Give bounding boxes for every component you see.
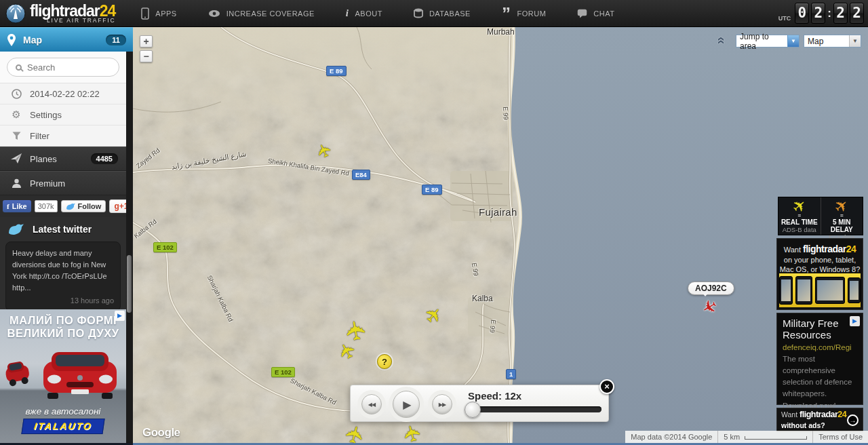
nav-item-chat[interactable]: CHAT <box>577 9 614 18</box>
arrow-right-icon: → <box>847 414 859 426</box>
map-terrain <box>133 27 868 445</box>
sidebar-item-premium[interactable]: Premium <box>0 171 126 195</box>
search-input[interactable] <box>27 62 108 73</box>
planes-count-badge: 4485 <box>91 153 118 164</box>
route-shield: E84 <box>352 170 370 180</box>
flight-callsign-tooltip[interactable]: AOJ92C <box>688 282 734 295</box>
city-label-kalba: Kalba <box>472 294 493 303</box>
nav-item-about[interactable]: i ABOUT <box>346 7 382 19</box>
nav-label: FORUM <box>517 9 546 18</box>
sidebar-advertisement[interactable]: МАЛИЙ ПО ФОРМІ ВЕЛИКИЙ ПО ДУХУ <box>0 309 126 445</box>
facebook-icon: f <box>7 202 9 210</box>
tweet-box[interactable]: Heavy delays and many diversions due to … <box>5 241 121 311</box>
sidebar-item-settings[interactable]: ⚙ Settings <box>0 104 133 125</box>
sidebar-scrollbar[interactable] <box>126 52 133 445</box>
noads-prefix: Want <box>781 410 797 419</box>
tweet-timestamp: 13 hours ago <box>12 295 114 307</box>
ad-brand-logo: ITALAUTO <box>21 419 104 434</box>
sidebar: Map 11 2014-02-22 02:22 ⚙ Settings Filte… <box>0 27 133 445</box>
nav-label: APPS <box>155 9 176 18</box>
apps-ad-prefix: Want <box>784 246 801 254</box>
clock-separator: : <box>827 3 831 24</box>
device-thumbnails <box>779 273 861 307</box>
twitter-follow-button[interactable]: Follow <box>61 200 106 212</box>
chat-bubble-icon <box>577 9 587 18</box>
brand-name: flightradar <box>803 244 846 254</box>
chevron-down-icon: ▼ <box>849 35 861 47</box>
yellow-plane-icon: ✈ <box>789 196 810 216</box>
brand-suffix: 24 <box>846 244 856 254</box>
brand-text: flightradar24 LIVE AIR TRAFFIC <box>30 3 115 24</box>
fr24-apps-advertisement[interactable]: Want flightradar24 on your phone, tablet… <box>776 238 863 310</box>
route-shield: E 102 <box>271 367 295 377</box>
road-label-e99: E 99 <box>489 320 498 334</box>
legend-subtitle: ADS-B data <box>778 226 821 233</box>
like-count: 307k <box>35 200 58 212</box>
route-shield: E 89 <box>326 66 347 76</box>
nav-item-database[interactable]: DATABASE <box>414 8 471 18</box>
nav-label: ABOUT <box>355 9 382 18</box>
info-icon: i <box>346 7 349 19</box>
zoom-in-button[interactable]: + <box>140 35 153 47</box>
terms-of-use-link[interactable]: Terms of Use <box>812 431 868 443</box>
remove-ads-promo[interactable]: Want flightradar24 without ads? → <box>776 408 863 432</box>
military-ad-body: The most comprehensive selection of defe… <box>783 353 857 412</box>
utc-label: UTC <box>778 15 791 22</box>
legend-delayed: ✈ = 5 MIN DELAY FAA data <box>821 197 863 235</box>
aircraft-icon[interactable]: ✈ <box>342 317 371 343</box>
brand-name: flightradar <box>800 410 837 419</box>
map-attribution-bar: Map data ©2014 Google 5 km Terms of Use <box>625 431 868 443</box>
follow-label: Follow <box>78 202 102 210</box>
nav-item-increase-coverage[interactable]: INCREASE COVERAGE <box>208 9 315 18</box>
military-ad-link[interactable]: defenceiq.com/Regi <box>783 343 857 351</box>
speed-slider-thumb[interactable] <box>465 402 481 418</box>
sidebar-item-planes[interactable]: Planes 4485 <box>0 147 126 171</box>
scale-section: 5 km <box>717 431 812 443</box>
adchoices-icon[interactable]: ▶ <box>115 311 125 321</box>
collapse-panel-chevron-icon[interactable]: « <box>714 37 730 44</box>
ad-headline-line1: МАЛИЙ ПО ФОРМІ <box>0 314 126 327</box>
zoom-out-button[interactable]: − <box>140 50 153 62</box>
like-label: Like <box>12 202 27 210</box>
sidebar-item-datetime[interactable]: 2014-02-22 02:22 <box>0 83 133 104</box>
map-count-badge: 11 <box>106 35 126 45</box>
rewind-button[interactable]: ◀◀ <box>361 394 382 414</box>
filter-funnel-icon <box>11 132 22 140</box>
logo[interactable]: flightradar24 LIVE AIR TRAFFIC <box>5 3 115 24</box>
close-playback-button[interactable]: × <box>599 379 614 394</box>
google-logo: Google <box>142 426 180 440</box>
play-button[interactable]: ▶ <box>393 391 420 418</box>
ad-headline-wrap: МАЛИЙ ПО ФОРМІ ВЕЛИКИЙ ПО ДУХУ <box>0 309 126 340</box>
scrollbar-thumb[interactable] <box>127 255 132 313</box>
map-canvas[interactable]: + − Murbah Fujairah Kalba Zayed Rd شارع … <box>133 27 868 445</box>
map-layer-value: Map <box>804 37 849 46</box>
nav-item-apps[interactable]: APPS <box>141 7 176 20</box>
map-layer-select[interactable]: Map ▼ <box>804 35 861 47</box>
noads-brand: flightradar24 <box>800 410 846 419</box>
phone-thumbnail <box>779 276 793 305</box>
jump-to-area-select[interactable]: Jump to area ▼ <box>736 35 800 47</box>
adchoices-icon[interactable]: ▶ <box>850 316 860 326</box>
ad-headline-line2: ВЕЛИКИЙ ПО ДУХУ <box>0 327 126 340</box>
sidebar-item-filter[interactable]: Filter <box>0 125 133 147</box>
ad-brand-text: ITALAUTO <box>33 421 93 431</box>
clock-digit: 2 <box>833 3 848 24</box>
nav-label: CHAT <box>593 9 614 18</box>
military-advertisement[interactable]: Military Free Resources defenceiq.com/Re… <box>776 313 863 405</box>
unknown-aircraft-marker[interactable]: ? <box>377 354 392 369</box>
nav-item-forum[interactable]: ” FORUM <box>502 9 546 18</box>
road-label-e99: E 99 <box>502 107 510 120</box>
clock-digit: 2 <box>811 3 825 24</box>
speed-slider-track[interactable] <box>469 406 601 412</box>
chevron-down-icon: ▼ <box>787 35 799 47</box>
sidebar-title: Map <box>23 35 106 45</box>
military-ad-title: Military Free Resources <box>783 317 857 341</box>
sidebar-header-map[interactable]: Map 11 <box>0 27 133 52</box>
coverage-legend: ✈ = REAL TIME ADS-B data ✈ = 5 MIN DELAY… <box>778 197 863 235</box>
facebook-like-button[interactable]: f Like <box>3 200 31 212</box>
forward-button[interactable]: ▶▶ <box>432 394 452 414</box>
scale-label: 5 km <box>724 433 740 441</box>
search-box[interactable] <box>7 58 119 77</box>
map-pin-icon <box>7 33 16 47</box>
utc-clock: UTC 0 2 : 2 2 <box>778 3 864 24</box>
